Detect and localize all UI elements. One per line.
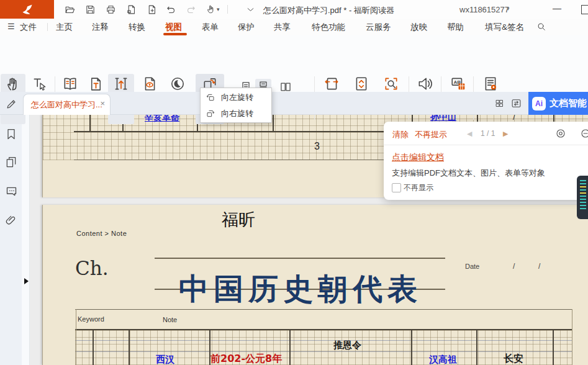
tab-close-icon[interactable]: ×	[100, 99, 105, 108]
foxit-reader-window: 辛亥革命 孙中山 / 3 福昕 Content > Note Ch. Date …	[0, 0, 588, 365]
rotate-left-menu-item[interactable]: 向左旋转	[201, 89, 271, 106]
clear-button[interactable]: 清除	[392, 129, 409, 140]
hamburger-icon[interactable]: ☰	[7, 22, 15, 31]
ribbon-view-tab: 手型 工具 选择 ▾ 阅读 模式 重排 逆序 阅读 文本	[0, 35, 588, 92]
page2-rule	[75, 309, 572, 310]
sidebar-pages-button[interactable]	[5, 156, 17, 168]
menu-home[interactable]: 主页	[56, 22, 73, 33]
page2-cell-emperor[interactable]: 汉高祖	[429, 354, 457, 365]
page2-date-slash-2: /	[538, 262, 540, 271]
open-book-icon	[62, 76, 78, 92]
sidebar-comments-button[interactable]	[5, 185, 17, 197]
page-box-icon	[126, 4, 137, 15]
page2-table-vline-outer	[572, 309, 572, 365]
facing-pages-icon	[279, 81, 292, 93]
dont-remind-button[interactable]: 不再提示	[415, 129, 447, 140]
page2-table-vline	[289, 329, 291, 365]
toolbar-stripe	[580, 205, 586, 206]
add-page-button[interactable]	[146, 4, 157, 15]
toolbar-stripe	[580, 192, 586, 194]
rotate-right-menu-item[interactable]: 向右旋转	[201, 106, 271, 122]
foxit-logo[interactable]	[0, 0, 54, 19]
menu-help[interactable]: 帮助	[447, 22, 464, 33]
auto-scroll-icon	[353, 76, 369, 92]
notification-collapse-button[interactable]	[580, 128, 588, 139]
pager-next-icon[interactable]: ▶	[503, 130, 508, 138]
undo-icon	[166, 4, 176, 15]
menu-view[interactable]: 视图	[165, 22, 182, 33]
floating-toolbar-collapsed[interactable]	[577, 176, 588, 219]
select-text-icon	[32, 76, 48, 92]
pager-prev-icon[interactable]: ◀	[467, 130, 472, 138]
open-file-button[interactable]	[64, 4, 75, 15]
titlebar: ▾ 怎么面对高中学习.pdf * - 福昕阅读器 wx118615277 ▾ —	[0, 0, 588, 19]
thumbnail-view-button[interactable]	[495, 99, 504, 108]
menu-fill-sign[interactable]: 填写&签名	[485, 22, 524, 33]
menu-convert[interactable]: 转换	[129, 22, 145, 33]
rotate-right-icon	[206, 109, 215, 119]
redo-icon	[186, 4, 196, 15]
menu-comment[interactable]: 注释	[92, 22, 109, 33]
notification-settings-button[interactable]	[555, 128, 566, 139]
toolbar-stripe	[580, 186, 586, 187]
ai-assistant-button[interactable]: Ai 文档智能	[528, 92, 588, 115]
pages-icon	[5, 156, 17, 168]
page2-cell-policy: 推恩令	[333, 340, 361, 351]
minimize-button[interactable]: —	[553, 3, 561, 13]
maximize-button[interactable]	[581, 5, 588, 14]
page2-cell-dynasty[interactable]: 西汉	[156, 354, 174, 365]
notification-divider	[384, 145, 588, 145]
sidebar-attachments-button[interactable]	[5, 214, 17, 227]
dont-show-label[interactable]: 不再显示	[404, 182, 433, 193]
undo-button[interactable]	[165, 4, 176, 15]
dont-show-checkbox[interactable]	[392, 183, 401, 192]
account-caret-icon[interactable]: ▾	[507, 6, 510, 12]
paperclip-icon	[5, 214, 17, 227]
sidebar-expand-handle[interactable]	[24, 278, 29, 284]
chevron-down-icon	[246, 5, 255, 14]
save-button[interactable]	[84, 4, 96, 15]
touch-mode-caret-icon[interactable]: ▾	[217, 6, 220, 12]
touch-mode-button[interactable]	[205, 4, 216, 15]
print-button[interactable]	[105, 4, 116, 15]
redo-button[interactable]	[185, 4, 196, 15]
rotate-left-icon	[206, 92, 215, 102]
menu-features[interactable]: 特色功能	[312, 22, 345, 33]
collapse-toolbar-button[interactable]	[245, 4, 256, 15]
menu-protect[interactable]: 保护	[238, 22, 255, 33]
menu-form[interactable]: 表单	[202, 22, 219, 33]
page2-table-vline	[553, 329, 554, 365]
menu-file[interactable]: 文件	[20, 22, 37, 33]
page2-title-rule-top	[155, 258, 445, 259]
page2-table-vline	[476, 329, 477, 365]
page2-cell-period: 前202-公元8年	[210, 353, 282, 365]
account-name[interactable]: wx118615277	[459, 5, 509, 14]
menu-present[interactable]: 放映	[410, 22, 427, 33]
page2-table-grid-paper	[75, 329, 572, 365]
toolbar-stripe	[580, 183, 586, 184]
document-tab-label[interactable]: 怎么面对高中学习...	[31, 99, 102, 110]
comment-bubble-icon	[5, 185, 18, 198]
page2-document-title: 中国历史朝代表	[152, 269, 450, 309]
page2-notebook-line	[75, 340, 572, 341]
edit-document-link[interactable]: 点击编辑文档	[392, 152, 444, 163]
page-transition-icon	[323, 76, 340, 92]
pdf-page-2[interactable]: 福昕 Content > Note Ch. Date / / 中国历史朝代表 K…	[42, 205, 588, 365]
page2-breadcrumb: Content > Note	[76, 230, 127, 237]
print-page-button[interactable]	[125, 4, 137, 15]
page2-chapter-label: Ch.	[75, 257, 109, 279]
hand-pointer-icon	[206, 4, 215, 14]
page2-date-label: Date	[465, 263, 479, 270]
menu-share[interactable]: 共享	[274, 22, 291, 33]
toolbar-stripe	[580, 199, 586, 200]
tab-switch-button[interactable]	[511, 98, 522, 109]
menu-cloud[interactable]: 云服务	[366, 22, 391, 33]
folder-open-icon	[65, 4, 75, 15]
page2-table-vline	[129, 329, 130, 365]
sidebar-bookmarks-button[interactable]	[5, 128, 17, 140]
grid-view-icon	[495, 99, 504, 108]
menu-search-button[interactable]	[536, 22, 546, 32]
menubar: ☰ 文件 主页 注释 转换 视图 表单 保护 共享 特色功能 云服务 放映 帮助…	[0, 19, 588, 35]
document-tab[interactable]: 怎么面对高中学习... ×	[23, 94, 111, 115]
annotate-quick-button[interactable]	[6, 98, 17, 110]
